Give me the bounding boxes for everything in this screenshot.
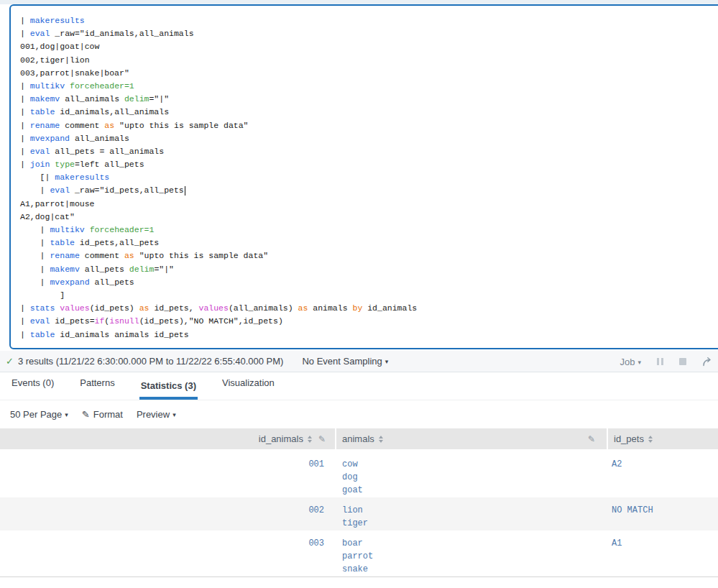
editor-line: | eval _raw="id_animals,all_animals [20,27,718,40]
event-sampling-label: No Event Sampling [302,356,382,367]
table-row: 002liontigerNO MATCH [0,497,718,530]
job-dropdown[interactable]: Job▾ [620,357,642,367]
job-controls: Job▾ [620,351,713,372]
cell-value[interactable]: tiger [342,517,608,530]
editor-line: | join type=left all_pets [20,158,718,171]
edit-column-icon[interactable]: ✎ [318,434,326,444]
cell-value[interactable]: A1 [612,537,718,550]
cell-value[interactable]: 002 [0,504,324,517]
table-cell: liontiger [336,497,608,530]
chevron-down-icon: ▾ [385,358,389,365]
text-cursor [185,186,186,196]
table-controls-bar: 50 Per Page▾ ✎Format Preview▾ [0,400,718,428]
pause-job-icon[interactable] [657,358,663,365]
tab-patterns[interactable]: Patterns [78,377,116,400]
column-header-label: id_animals [259,433,303,444]
table-cell: 001 [0,451,336,497]
editor-token: eval [30,147,50,156]
editor-token: (id_pets),"NO MATCH",id_pets) [139,316,283,326]
editor-line: | eval all_pets = all_animals [20,145,718,158]
editor-token: comment [60,121,104,130]
per-page-label: 50 Per Page [10,409,62,420]
sort-column-icon[interactable] [308,436,312,443]
editor-token: id_pets= [50,316,94,326]
table-cell: A1 [608,530,718,576]
chevron-down-icon: ▾ [638,359,641,366]
editor-token: eval [50,185,70,195]
share-job-icon[interactable] [702,357,712,367]
editor-token: type [55,160,75,169]
table-cell: 003 [0,530,336,576]
editor-token: id_pets,all_pets [75,238,159,247]
editor-line: | mvexpand all_animals [20,132,718,145]
cell-value[interactable]: cow [342,458,608,471]
editor-token: _raw="id_animals,all_animals [50,29,193,38]
editor-token: _raw="id_pets,all_pets [70,185,184,195]
column-header-id_animals[interactable]: id_animals✎ [0,428,336,449]
sort-column-icon[interactable] [648,436,653,443]
editor-token: rename [30,121,60,130]
cell-value[interactable]: goat [342,484,608,497]
cell-value[interactable]: 001 [0,458,324,471]
editor-token: (all_animals) [229,303,298,313]
cell-value[interactable]: parrot [342,550,608,563]
tab-visualization[interactable]: Visualization [221,377,276,400]
editor-token: table [30,107,55,116]
preview-dropdown[interactable]: Preview▾ [137,409,176,420]
editor-token: forceheader [70,81,124,91]
chevron-down-icon: ▾ [65,411,68,418]
editor-token: all_animals [60,94,124,104]
table-row: 003boarparrotsnakeA1 [0,530,718,576]
editor-token: ="|" [149,94,169,104]
chevron-down-icon: ▾ [172,411,176,418]
event-sampling-dropdown[interactable]: No Event Sampling▾ [302,356,388,367]
editor-token: =left all_pets [75,160,144,169]
format-button[interactable]: ✎Format [82,409,123,420]
editor-line: | multikv forceheader=1 [20,80,718,93]
editor-token: | [20,225,50,234]
cell-value[interactable]: 003 [0,537,324,550]
edit-column-icon[interactable]: ✎ [588,434,595,444]
editor-line: | makemv all_animals delim="|" [20,93,718,106]
tab-statistics-3[interactable]: Statistics (3) [139,380,198,400]
editor-token: table [50,238,75,247]
cell-value[interactable]: dog [342,471,608,484]
editor-token: mvexpand [50,277,89,287]
table-cell: cowdoggoat [336,451,608,497]
editor-line: | table id_animals animals id_pets [20,329,718,341]
statistics-table-body: 001cowdoggoatA2002liontigerNO MATCH003bo… [0,451,718,576]
editor-token: makemv [30,94,60,104]
editor-token: "upto this is sample data" [134,251,268,260]
success-check-icon: ✓ [6,356,14,367]
search-status-bar: ✓ 3 results (11/21/22 6:30:00.000 PM to … [0,351,718,372]
table-cell: boarparrotsnake [336,530,608,576]
editor-line: 002,tiger|lion [20,54,718,67]
editor-token: if [95,316,105,326]
editor-token: 001,dog|goat|cow [20,42,99,51]
editor-token: isnull [109,316,139,326]
cell-value[interactable]: snake [342,563,608,576]
cell-value[interactable]: lion [342,504,608,517]
stop-job-icon[interactable] [679,358,686,365]
column-header-label: id_pets [614,433,644,444]
per-page-dropdown[interactable]: 50 Per Page▾ [10,409,68,420]
editor-token: by [352,303,362,313]
editor-token: stats [30,303,55,313]
table-cell: NO MATCH [608,497,718,530]
cell-value[interactable]: boar [342,537,608,550]
column-header-id_pets[interactable]: id_pets [608,428,718,449]
editor-line: | mvexpand all_pets [20,276,718,289]
editor-token: | [20,147,30,156]
editor-token: id_animals animals id_pets [55,330,188,339]
tab-events-0[interactable]: Events (0) [10,377,55,400]
cell-value[interactable]: A2 [612,458,718,471]
editor-token: all_pets [80,265,129,274]
column-header-animals[interactable]: animals✎ [336,428,608,449]
cell-value[interactable]: NO MATCH [612,504,718,517]
editor-token: delim [124,94,149,104]
sort-column-icon[interactable] [379,436,383,443]
editor-token: | [20,185,50,195]
search-query-editor[interactable]: | makeresults| eval _raw="id_animals,all… [9,4,718,349]
editor-line: | rename comment as "upto this is sample… [20,119,718,132]
editor-token: multikv [30,81,65,91]
